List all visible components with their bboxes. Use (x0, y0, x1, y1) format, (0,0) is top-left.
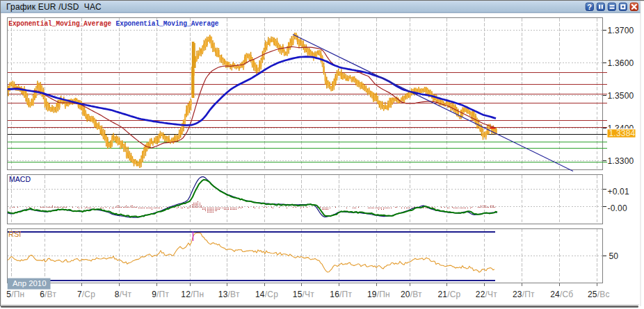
svg-text:25/Вс: 25/Вс (588, 290, 610, 299)
svg-text:24/Сб: 24/Сб (550, 290, 573, 299)
svg-text:6/Вт: 6/Вт (40, 290, 56, 299)
svg-text:1.3300: 1.3300 (608, 156, 634, 166)
svg-text:MACD: MACD (9, 175, 31, 183)
svg-text:21/Ср: 21/Ср (437, 290, 460, 299)
svg-text:1.3384: 1.3384 (609, 128, 636, 138)
svg-text:Exponential_Moving_Average: Exponential_Moving_Average (116, 19, 219, 28)
svg-text:RSI: RSI (8, 230, 21, 238)
svg-text:График EUR /USD ЧАС: График EUR /USD ЧАС (6, 2, 102, 12)
svg-text:50: 50 (609, 251, 619, 261)
svg-text:9/Пт: 9/Пт (152, 290, 169, 299)
svg-text:+0.01: +0.01 (608, 187, 629, 197)
svg-text:8/Чт: 8/Чт (115, 290, 132, 299)
svg-text:15/Чт: 15/Чт (293, 290, 314, 299)
svg-text:Апр 2010: Апр 2010 (13, 280, 47, 287)
svg-text:?: ? (587, 3, 592, 11)
svg-text:1.3700: 1.3700 (608, 26, 634, 35)
svg-text:1.3500: 1.3500 (608, 91, 634, 101)
svg-text:Exponential_Moving_Average: Exponential_Moving_Average (8, 19, 111, 28)
svg-text:5/Пн: 5/Пн (6, 290, 24, 299)
svg-text:1.3600: 1.3600 (608, 58, 634, 68)
svg-text:12/Пн: 12/Пн (181, 290, 204, 299)
svg-text:23/Пт: 23/Пт (513, 290, 535, 299)
svg-text:7/Ср: 7/Ср (77, 290, 95, 299)
svg-text:16/Пт: 16/Пт (330, 290, 352, 299)
svg-text:14/Ср: 14/Ср (255, 290, 278, 299)
svg-text:19/Пн: 19/Пн (367, 290, 390, 299)
svg-text:-0.00: -0.00 (608, 203, 627, 213)
svg-text:13/Вт: 13/Вт (218, 290, 240, 299)
svg-text:22/Чт: 22/Чт (476, 290, 497, 299)
svg-text:20/Вт: 20/Вт (401, 290, 422, 299)
